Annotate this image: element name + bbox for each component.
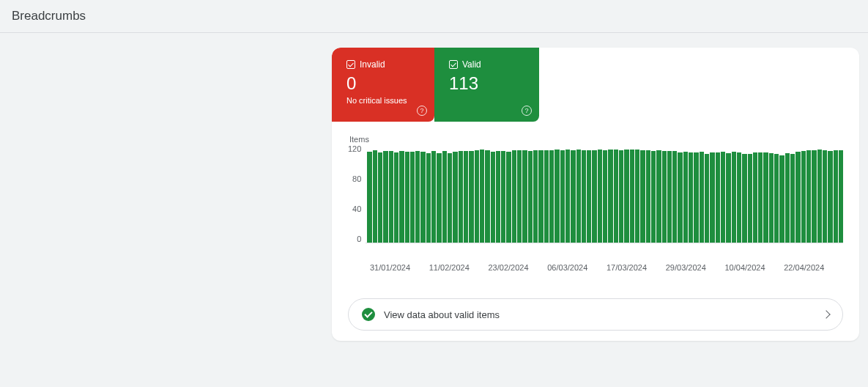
x-tick: 10/04/2024 [725, 263, 784, 272]
chart-bar [491, 152, 495, 243]
chart-bar [373, 150, 377, 243]
chart-bar [501, 151, 505, 243]
status-card: Invalid 0 No critical issues ? Valid 113… [332, 48, 859, 341]
chart-bar [640, 150, 645, 243]
chart-x-axis: 31/01/202411/02/202423/02/202406/03/2024… [348, 263, 843, 272]
chart-bar [721, 152, 725, 243]
chart-bar [646, 150, 650, 243]
tab-invalid-sub: No critical issues [346, 96, 421, 105]
chart-bar [769, 153, 774, 243]
chart-bar [790, 154, 795, 243]
chart-y-axis: 12080400 [348, 144, 366, 243]
view-valid-items-link[interactable]: View data about valid items [348, 298, 843, 331]
help-icon[interactable]: ? [417, 106, 427, 116]
y-tick: 120 [348, 144, 361, 153]
chart-bar [678, 152, 682, 243]
chart-bar [726, 153, 730, 243]
chart-bar [710, 152, 714, 243]
y-tick: 0 [357, 235, 361, 243]
chart-bar [453, 152, 457, 243]
chart-bar [656, 150, 661, 243]
chart-bar [812, 150, 816, 243]
chart-bar [367, 152, 371, 243]
chart-bar [598, 150, 602, 243]
chart-bar [448, 153, 452, 243]
tab-invalid[interactable]: Invalid 0 No critical issues ? [332, 48, 434, 122]
chart-bar [576, 150, 581, 243]
y-tick: 80 [352, 174, 361, 183]
chart-bar [560, 150, 565, 243]
chart-bar [779, 155, 784, 243]
chart-bar [795, 152, 800, 243]
chart-bar [383, 151, 387, 243]
chart-bar [635, 150, 639, 243]
chart-bar [624, 150, 628, 243]
chart-bar [410, 152, 415, 243]
chart-bar [683, 152, 688, 243]
chart-bar [496, 151, 500, 243]
chart-bar [517, 150, 522, 243]
page-title: Breadcrumbs [12, 9, 86, 23]
x-tick: 17/03/2024 [607, 263, 666, 272]
chart-bar [700, 152, 704, 243]
x-tick: 23/02/2024 [489, 263, 548, 272]
chart-bar [437, 153, 441, 243]
chart-bar [399, 151, 404, 243]
chart-bar [614, 150, 618, 243]
checkbox-icon [346, 60, 355, 69]
chart-bar [651, 151, 656, 243]
chart-y-title: Items [349, 135, 843, 144]
chart-bar [662, 151, 667, 243]
chart-bar [426, 153, 431, 243]
chart-bar [405, 152, 409, 243]
chart-bar [394, 152, 398, 243]
chart-bar [538, 150, 543, 243]
chart-bar [431, 151, 436, 243]
chart-bar [742, 154, 746, 243]
chart-bar [554, 150, 559, 243]
chart-bar [378, 152, 382, 243]
chart-bar [753, 152, 757, 243]
chart-bar [774, 154, 779, 243]
chart-bar [806, 150, 811, 243]
chart-bar [763, 152, 768, 243]
tab-valid-label: Valid [462, 59, 481, 70]
chart-bar [619, 150, 623, 243]
help-icon[interactable]: ? [522, 106, 532, 116]
chart-bar [689, 152, 693, 243]
x-tick: 29/03/2024 [666, 263, 725, 272]
chart-bar [705, 154, 709, 243]
chart-bar [608, 150, 612, 243]
chart-bar [528, 151, 533, 243]
x-tick: 11/02/2024 [429, 263, 489, 272]
tab-valid[interactable]: Valid 113 ? [434, 48, 539, 122]
chart-bar [582, 150, 586, 243]
x-tick: 06/03/2024 [547, 263, 607, 272]
tab-invalid-label: Invalid [360, 59, 385, 70]
chart-bar [415, 151, 420, 243]
chart-bar [801, 151, 806, 243]
chart-bar [464, 151, 468, 243]
chart-bar [630, 150, 634, 243]
chart-bar [672, 151, 677, 243]
chart-bar [839, 150, 843, 243]
tab-invalid-count: 0 [346, 74, 421, 93]
chart-plot [366, 144, 843, 243]
chart-bar [522, 150, 527, 243]
chart-bar [828, 151, 832, 243]
x-tick: 22/04/2024 [784, 263, 843, 272]
chart-bar [748, 154, 752, 243]
chart-bar [592, 150, 596, 243]
chart-bar [544, 150, 549, 243]
chart-bar [565, 150, 570, 243]
chart-bar [485, 150, 489, 243]
chart-bar [823, 150, 827, 243]
chart-bar [758, 152, 763, 243]
chart-bar [549, 150, 554, 243]
chart-bar [737, 152, 741, 243]
chart-bar [603, 150, 607, 243]
chart-bar [420, 152, 425, 243]
chart-bar [533, 150, 538, 243]
chart-bar [389, 151, 393, 243]
chevron-right-icon [822, 310, 830, 318]
